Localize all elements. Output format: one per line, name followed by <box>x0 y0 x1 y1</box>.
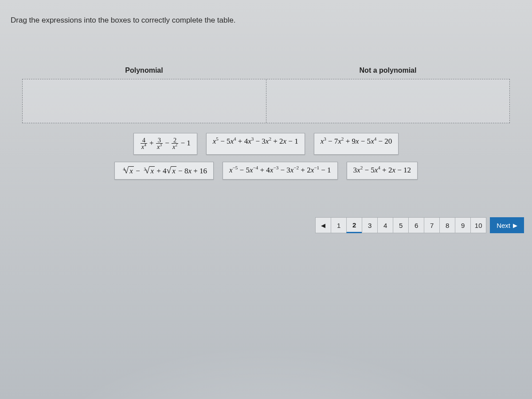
chevron-right-icon: ▶ <box>513 222 517 229</box>
tile-radicals[interactable]: 4√x − 3√x + 4√x − 8x + 16 <box>114 162 214 180</box>
pager-page-7[interactable]: 7 <box>424 217 440 233</box>
pager-next-button[interactable]: Next ▶ <box>490 217 524 233</box>
screen-glare-overlay <box>0 0 532 399</box>
tile-fractions[interactable]: 4x4 + 3x3 − 2x2 − 1 <box>133 133 197 155</box>
instruction-text: Drag the expressions into the boxes to c… <box>11 16 235 25</box>
pager-page-4[interactable]: 4 <box>377 217 393 233</box>
pager-prev-button[interactable]: ◀ <box>315 217 331 233</box>
header-not-polynomial: Not a polynomial <box>266 66 510 79</box>
header-polynomial: Polynomial <box>22 66 266 79</box>
pager-page-2[interactable]: 2 <box>346 217 362 233</box>
chevron-left-icon: ◀ <box>321 222 325 229</box>
drop-zone-not-polynomial[interactable] <box>266 79 510 123</box>
pager-page-9[interactable]: 9 <box>455 217 471 233</box>
tile-quintic[interactable]: x5 − 5x4 + 4x3 − 3x2 + 2x − 1 <box>206 133 305 155</box>
pager-page-1[interactable]: 1 <box>331 217 347 233</box>
pager-page-6[interactable]: 6 <box>408 217 424 233</box>
classification-table: Polynomial Not a polynomial <box>22 66 510 123</box>
expression-tiles: 4x4 + 3x3 − 2x2 − 1 x5 − 5x4 + 4x3 − 3x2… <box>22 133 510 180</box>
tile-mixed-degree[interactable]: x3 − 7x2 + 9x − 5x4 − 20 <box>314 133 399 155</box>
tile-negative-exponents[interactable]: x−5 − 5x−4 + 4x−3 − 3x−2 + 2x−1 − 1 <box>223 162 338 180</box>
pager-page-8[interactable]: 8 <box>439 217 455 233</box>
drop-zone-polynomial[interactable] <box>23 79 266 123</box>
pager-page-3[interactable]: 3 <box>362 217 378 233</box>
pager-page-5[interactable]: 5 <box>393 217 409 233</box>
tile-quartic-mix[interactable]: 3x2 − 5x4 + 2x − 12 <box>347 162 418 180</box>
pager-page-10[interactable]: 10 <box>470 217 486 233</box>
question-pager: ◀ 1 2 3 4 5 6 7 8 9 10 Next ▶ <box>315 217 524 233</box>
next-label: Next <box>497 222 510 229</box>
